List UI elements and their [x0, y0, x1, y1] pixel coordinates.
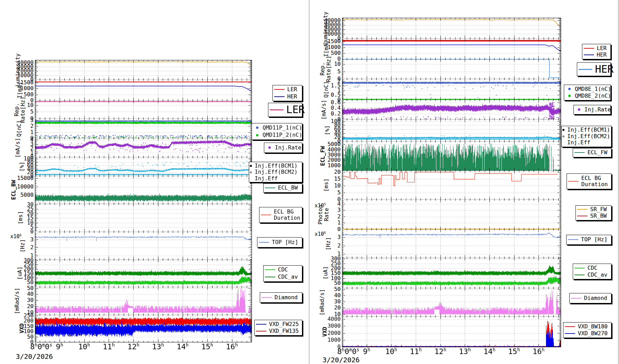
legend-item: TOP [Hz]: [568, 236, 610, 243]
legend-label: CDC: [587, 265, 597, 271]
legend-dot-marker: [268, 146, 271, 149]
axis-scale-label: x106: [315, 231, 326, 237]
legend-label: Inj.Eff: [567, 139, 590, 146]
x-tick-label-hour: 13h: [152, 342, 164, 351]
legend-label: LER: [287, 86, 297, 93]
legend-line-marker: [577, 216, 587, 216]
x-tick-label-hour: 10h: [78, 342, 90, 351]
legend-box-diamond: Diamond: [569, 293, 611, 303]
legend-label: TOP [Hz]: [581, 236, 607, 243]
x-tick-label-hour: 15h: [508, 347, 520, 356]
legend-item: VXD_BW270: [565, 330, 610, 337]
legend-item: CDC: [574, 265, 610, 271]
y-axis-label-vxd: VXD: [19, 308, 25, 349]
legend-label: TOP [Hz]: [272, 239, 298, 245]
legend-item: VXD_FW135: [256, 328, 301, 334]
legend-item: CDC_av: [265, 274, 301, 280]
legend-item: HER: [274, 94, 301, 100]
legend-label: CDC_av: [587, 272, 607, 278]
legend-item: VXD_FW225: [256, 321, 301, 327]
legend-label: LER: [286, 104, 305, 116]
x-tick-label-hour: 11h: [103, 342, 115, 351]
legend-item: Inj.Rate: [575, 107, 609, 113]
x-tick-label-hour: 13h: [459, 347, 471, 356]
legend-box-inj-eff-bcm1-: Inj.Eff(BCM1)Inj.Eff(BCM2)Inj.Eff: [561, 126, 611, 147]
legend-box-cdc: CDCCDC_av: [573, 264, 611, 279]
legend-item: Inj.Eff(BCM1): [251, 163, 301, 169]
legend-box-inj-rate: Inj.Rate: [264, 143, 302, 153]
legend-line-marker: [262, 297, 272, 298]
legend-label: ECL_BW: [278, 185, 298, 191]
legend-label: VXD_FW225: [269, 321, 299, 327]
legend-item: HER: [579, 63, 609, 75]
legend-dot-marker: [562, 135, 565, 137]
legend-item: Inj.Eff: [563, 139, 610, 146]
legend-box-ler: LER: [268, 103, 302, 117]
legend-line-marker: [265, 187, 275, 188]
legend-item: LER: [274, 86, 301, 93]
legend-label: Inj.Eff(BCM1): [255, 163, 298, 169]
x-tick-label-hour: 12h: [434, 347, 446, 356]
y-tick-label: 3000: [316, 323, 341, 329]
y-tick-label: 4: [9, 137, 34, 143]
legend-label: SR_BW: [590, 213, 607, 219]
legend-line-marker: [274, 96, 284, 97]
legend-box-diamond: Diamond: [260, 292, 302, 303]
axis-scale-label: x106: [10, 233, 22, 240]
legend-item: HER: [584, 52, 609, 58]
legend-item: CDC: [265, 267, 301, 273]
x-tick-label-hour: 15h: [201, 342, 213, 351]
legend-line-marker: [565, 333, 575, 334]
legend-dot-marker: [568, 88, 571, 90]
legend-line-marker: [574, 152, 585, 153]
y-tick-label: 1000: [316, 337, 341, 343]
x-tick-label-hour: 9h: [363, 347, 370, 356]
y-tick-label: 0.6: [316, 99, 341, 106]
legend-box-ecl-fw: ECL_FW: [573, 148, 611, 157]
legend-label: Inj.Eff: [255, 175, 278, 182]
legend-label: QMD8E_1(nC): [575, 86, 611, 92]
legend-label: Inj.Eff(BCM2): [255, 169, 298, 175]
legend-box-top-hz-: TOP [Hz]: [566, 235, 611, 245]
legend-line-marker: [565, 326, 575, 327]
x-tick-label-hour: 16h: [533, 347, 545, 356]
legend-line-marker: [568, 181, 579, 182]
y-tick-label: 30: [9, 297, 34, 303]
window-right-edge: [618, 0, 619, 364]
y-tick-label: 40000: [9, 60, 34, 66]
y-tick-label: 50: [9, 285, 34, 291]
x-tick-label-hour: 11h: [410, 347, 422, 356]
legend-dot-marker: [562, 129, 565, 131]
legend-label: Inj.Eff(BCM1): [567, 127, 610, 133]
legend-label: LER: [597, 45, 607, 51]
legend-item: Inj.Rate: [266, 145, 301, 151]
legend-item: LER: [584, 45, 609, 51]
legend-item: LER: [270, 104, 301, 116]
legend-item: QMD8E_1(nC): [566, 86, 609, 92]
legend-line-marker: [256, 331, 266, 331]
legend-label: SR_FW: [590, 206, 607, 213]
legend-label: ECL BG Duration: [581, 175, 608, 188]
y-tick-label: 2000: [316, 330, 341, 336]
legend-item: ECL BG Duration: [568, 175, 610, 188]
legend-label: Inj.Eff(BCM2): [567, 133, 610, 139]
y-tick-label: 4000: [316, 316, 341, 322]
legend-box-ecl-bg-duration: ECL BG Duration: [567, 173, 611, 189]
legend-box-ecl-bg-duration: ECL BG Duration: [259, 207, 302, 223]
legend-box-her: HER: [577, 62, 611, 76]
legend-label: CDC_av: [278, 274, 298, 280]
legend-label: ECL BG Duration: [274, 209, 300, 221]
beam-monitor-screen: 3/20/2026 3/20/2026 01000020000300004000…: [0, 0, 619, 364]
legend-item: ECL_FW: [574, 149, 610, 156]
legend-item: Inj.Eff: [251, 175, 301, 182]
legend-item: QMD11P_1(nC): [253, 125, 301, 131]
legend-dot-marker: [256, 126, 258, 129]
legend-label: VXD_FW135: [269, 328, 299, 334]
legend-box-cdc: CDCCDC_av: [263, 265, 302, 282]
legend-item: SR_BW: [577, 213, 610, 219]
legend-item: Diamond: [571, 295, 610, 301]
legend-label: QMD11P_1(nC): [263, 125, 302, 131]
y-axis-label-vxd: VXD: [321, 311, 328, 352]
x-tick-label-hour: 12h: [128, 342, 139, 351]
legend-label: HER: [287, 94, 297, 100]
